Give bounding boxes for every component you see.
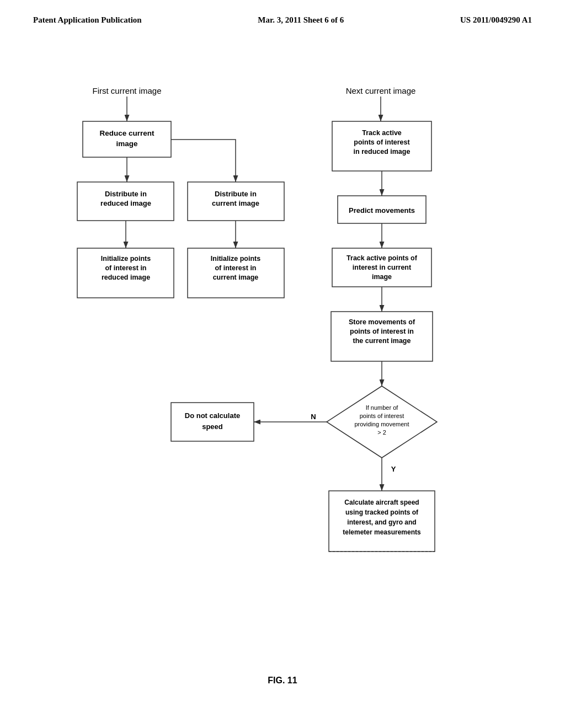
svg-text:points of interest: points of interest <box>360 413 404 419</box>
svg-text:Initialize points: Initialize points <box>101 255 151 263</box>
svg-text:Track active: Track active <box>362 129 402 137</box>
svg-text:Track active points of: Track active points of <box>347 254 418 262</box>
svg-text:image: image <box>116 140 138 148</box>
diagram-container: First current image Next current image R… <box>0 36 565 670</box>
svg-text:points of interest in: points of interest in <box>350 328 414 335</box>
header-middle: Mar. 3, 2011 Sheet 6 of 6 <box>258 15 344 25</box>
svg-text:interest, and gyro and: interest, and gyro and <box>347 518 416 526</box>
svg-text:reduced image: reduced image <box>100 199 151 207</box>
svg-text:Distribute in: Distribute in <box>215 190 257 198</box>
svg-text:the current image: the current image <box>353 337 411 345</box>
svg-text:Calculate aircraft speed: Calculate aircraft speed <box>344 499 419 506</box>
y-label: Y <box>391 465 396 473</box>
fig-label: FIG. 11 <box>0 676 565 686</box>
svg-text:speed: speed <box>202 422 223 431</box>
svg-text:interest in current: interest in current <box>353 264 412 271</box>
svg-text:providing movement: providing movement <box>354 421 409 427</box>
first-current-image-label: First current image <box>92 86 161 95</box>
header-left: Patent Application Publication <box>33 15 142 25</box>
page-header: Patent Application Publication Mar. 3, 2… <box>0 0 565 25</box>
flowchart-svg: First current image Next current image R… <box>0 36 565 670</box>
svg-text:current image: current image <box>213 274 259 281</box>
next-current-image-label: Next current image <box>346 86 416 95</box>
svg-text:image: image <box>372 273 392 281</box>
header-right: US 2011/0049290 A1 <box>460 15 532 25</box>
svg-text:of interest in: of interest in <box>215 264 256 272</box>
svg-text:> 2: > 2 <box>377 429 386 436</box>
svg-text:current image: current image <box>212 199 259 207</box>
svg-text:using tracked points of: using tracked points of <box>345 508 419 516</box>
svg-text:Predict movements: Predict movements <box>349 206 415 215</box>
svg-text:Store movements of: Store movements of <box>349 318 415 326</box>
svg-text:in reduced image: in reduced image <box>354 148 411 156</box>
svg-text:If number of: If number of <box>366 404 399 411</box>
svg-text:Do not calculate: Do not calculate <box>185 411 240 420</box>
n-label: N <box>311 413 316 421</box>
svg-text:points of interest: points of interest <box>354 138 410 146</box>
svg-text:of interest in: of interest in <box>105 264 146 272</box>
svg-text:Distribute in: Distribute in <box>105 190 147 198</box>
svg-text:Reduce current: Reduce current <box>99 129 154 137</box>
do-not-calculate-box <box>171 403 254 441</box>
svg-text:Initialize points: Initialize points <box>211 255 260 263</box>
svg-text:reduced image: reduced image <box>102 274 150 281</box>
svg-text:telemeter measurements: telemeter measurements <box>343 528 421 536</box>
